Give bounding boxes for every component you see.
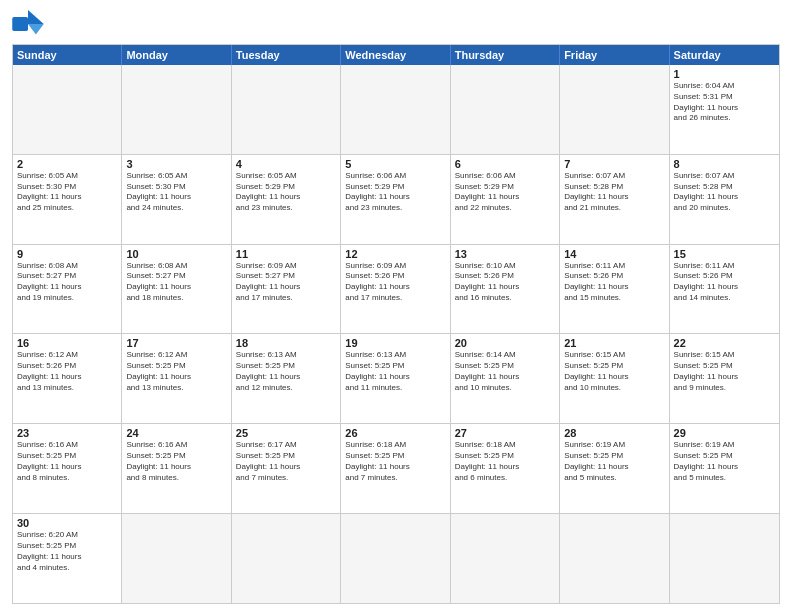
calendar-row-3: 9Sunrise: 6:08 AM Sunset: 5:27 PM Daylig… <box>13 244 779 334</box>
day-info: Sunrise: 6:16 AM Sunset: 5:25 PM Dayligh… <box>17 440 117 483</box>
day-header-wednesday: Wednesday <box>341 45 450 65</box>
day-cell-29: 29Sunrise: 6:19 AM Sunset: 5:25 PM Dayli… <box>670 424 779 513</box>
day-cell-15: 15Sunrise: 6:11 AM Sunset: 5:26 PM Dayli… <box>670 245 779 334</box>
day-info: Sunrise: 6:10 AM Sunset: 5:26 PM Dayligh… <box>455 261 555 304</box>
day-number: 29 <box>674 427 775 439</box>
calendar-body: 1Sunrise: 6:04 AM Sunset: 5:31 PM Daylig… <box>13 65 779 603</box>
day-cell-30: 30Sunrise: 6:20 AM Sunset: 5:25 PM Dayli… <box>13 514 122 603</box>
day-cell-21: 21Sunrise: 6:15 AM Sunset: 5:25 PM Dayli… <box>560 334 669 423</box>
empty-cell <box>670 514 779 603</box>
day-number: 6 <box>455 158 555 170</box>
empty-cell <box>232 514 341 603</box>
day-number: 27 <box>455 427 555 439</box>
day-info: Sunrise: 6:09 AM Sunset: 5:27 PM Dayligh… <box>236 261 336 304</box>
day-info: Sunrise: 6:09 AM Sunset: 5:26 PM Dayligh… <box>345 261 445 304</box>
day-cell-8: 8Sunrise: 6:07 AM Sunset: 5:28 PM Daylig… <box>670 155 779 244</box>
day-cell-19: 19Sunrise: 6:13 AM Sunset: 5:25 PM Dayli… <box>341 334 450 423</box>
day-number: 25 <box>236 427 336 439</box>
empty-cell <box>341 514 450 603</box>
day-header-tuesday: Tuesday <box>232 45 341 65</box>
day-info: Sunrise: 6:15 AM Sunset: 5:25 PM Dayligh… <box>564 350 664 393</box>
day-info: Sunrise: 6:07 AM Sunset: 5:28 PM Dayligh… <box>674 171 775 214</box>
day-cell-28: 28Sunrise: 6:19 AM Sunset: 5:25 PM Dayli… <box>560 424 669 513</box>
day-info: Sunrise: 6:05 AM Sunset: 5:30 PM Dayligh… <box>17 171 117 214</box>
day-info: Sunrise: 6:06 AM Sunset: 5:29 PM Dayligh… <box>455 171 555 214</box>
day-number: 8 <box>674 158 775 170</box>
header <box>12 10 780 38</box>
day-number: 3 <box>126 158 226 170</box>
day-number: 21 <box>564 337 664 349</box>
calendar-row-6: 30Sunrise: 6:20 AM Sunset: 5:25 PM Dayli… <box>13 513 779 603</box>
day-info: Sunrise: 6:06 AM Sunset: 5:29 PM Dayligh… <box>345 171 445 214</box>
day-cell-10: 10Sunrise: 6:08 AM Sunset: 5:27 PM Dayli… <box>122 245 231 334</box>
day-cell-14: 14Sunrise: 6:11 AM Sunset: 5:26 PM Dayli… <box>560 245 669 334</box>
empty-cell <box>13 65 122 154</box>
day-number: 1 <box>674 68 775 80</box>
day-number: 19 <box>345 337 445 349</box>
day-info: Sunrise: 6:12 AM Sunset: 5:26 PM Dayligh… <box>17 350 117 393</box>
day-info: Sunrise: 6:17 AM Sunset: 5:25 PM Dayligh… <box>236 440 336 483</box>
empty-cell <box>341 65 450 154</box>
day-info: Sunrise: 6:18 AM Sunset: 5:25 PM Dayligh… <box>455 440 555 483</box>
day-number: 12 <box>345 248 445 260</box>
day-info: Sunrise: 6:18 AM Sunset: 5:25 PM Dayligh… <box>345 440 445 483</box>
day-number: 4 <box>236 158 336 170</box>
day-info: Sunrise: 6:20 AM Sunset: 5:25 PM Dayligh… <box>17 530 117 573</box>
day-header-saturday: Saturday <box>670 45 779 65</box>
day-number: 17 <box>126 337 226 349</box>
day-number: 16 <box>17 337 117 349</box>
day-cell-17: 17Sunrise: 6:12 AM Sunset: 5:25 PM Dayli… <box>122 334 231 423</box>
calendar-row-2: 2Sunrise: 6:05 AM Sunset: 5:30 PM Daylig… <box>13 154 779 244</box>
calendar: SundayMondayTuesdayWednesdayThursdayFrid… <box>12 44 780 604</box>
day-number: 2 <box>17 158 117 170</box>
day-cell-22: 22Sunrise: 6:15 AM Sunset: 5:25 PM Dayli… <box>670 334 779 423</box>
day-cell-23: 23Sunrise: 6:16 AM Sunset: 5:25 PM Dayli… <box>13 424 122 513</box>
day-info: Sunrise: 6:08 AM Sunset: 5:27 PM Dayligh… <box>126 261 226 304</box>
empty-cell <box>122 514 231 603</box>
day-cell-6: 6Sunrise: 6:06 AM Sunset: 5:29 PM Daylig… <box>451 155 560 244</box>
day-info: Sunrise: 6:08 AM Sunset: 5:27 PM Dayligh… <box>17 261 117 304</box>
day-number: 22 <box>674 337 775 349</box>
day-cell-13: 13Sunrise: 6:10 AM Sunset: 5:26 PM Dayli… <box>451 245 560 334</box>
day-header-monday: Monday <box>122 45 231 65</box>
day-info: Sunrise: 6:13 AM Sunset: 5:25 PM Dayligh… <box>345 350 445 393</box>
day-number: 23 <box>17 427 117 439</box>
day-header-sunday: Sunday <box>13 45 122 65</box>
empty-cell <box>560 65 669 154</box>
day-header-thursday: Thursday <box>451 45 560 65</box>
day-number: 26 <box>345 427 445 439</box>
day-number: 13 <box>455 248 555 260</box>
day-info: Sunrise: 6:12 AM Sunset: 5:25 PM Dayligh… <box>126 350 226 393</box>
day-number: 7 <box>564 158 664 170</box>
day-header-friday: Friday <box>560 45 669 65</box>
day-cell-7: 7Sunrise: 6:07 AM Sunset: 5:28 PM Daylig… <box>560 155 669 244</box>
day-cell-2: 2Sunrise: 6:05 AM Sunset: 5:30 PM Daylig… <box>13 155 122 244</box>
logo <box>12 10 48 38</box>
svg-marker-2 <box>28 24 44 35</box>
calendar-row-5: 23Sunrise: 6:16 AM Sunset: 5:25 PM Dayli… <box>13 423 779 513</box>
calendar-header: SundayMondayTuesdayWednesdayThursdayFrid… <box>13 45 779 65</box>
empty-cell <box>122 65 231 154</box>
svg-marker-1 <box>28 10 44 24</box>
day-info: Sunrise: 6:19 AM Sunset: 5:25 PM Dayligh… <box>674 440 775 483</box>
day-number: 28 <box>564 427 664 439</box>
day-cell-16: 16Sunrise: 6:12 AM Sunset: 5:26 PM Dayli… <box>13 334 122 423</box>
day-cell-20: 20Sunrise: 6:14 AM Sunset: 5:25 PM Dayli… <box>451 334 560 423</box>
svg-rect-0 <box>12 17 28 31</box>
day-info: Sunrise: 6:11 AM Sunset: 5:26 PM Dayligh… <box>674 261 775 304</box>
empty-cell <box>451 514 560 603</box>
day-info: Sunrise: 6:05 AM Sunset: 5:29 PM Dayligh… <box>236 171 336 214</box>
day-number: 30 <box>17 517 117 529</box>
day-cell-3: 3Sunrise: 6:05 AM Sunset: 5:30 PM Daylig… <box>122 155 231 244</box>
day-number: 24 <box>126 427 226 439</box>
empty-cell <box>560 514 669 603</box>
day-number: 14 <box>564 248 664 260</box>
day-info: Sunrise: 6:05 AM Sunset: 5:30 PM Dayligh… <box>126 171 226 214</box>
day-number: 18 <box>236 337 336 349</box>
calendar-row-4: 16Sunrise: 6:12 AM Sunset: 5:26 PM Dayli… <box>13 333 779 423</box>
day-number: 5 <box>345 158 445 170</box>
calendar-row-1: 1Sunrise: 6:04 AM Sunset: 5:31 PM Daylig… <box>13 65 779 154</box>
page: SundayMondayTuesdayWednesdayThursdayFrid… <box>0 0 792 612</box>
day-cell-24: 24Sunrise: 6:16 AM Sunset: 5:25 PM Dayli… <box>122 424 231 513</box>
empty-cell <box>451 65 560 154</box>
